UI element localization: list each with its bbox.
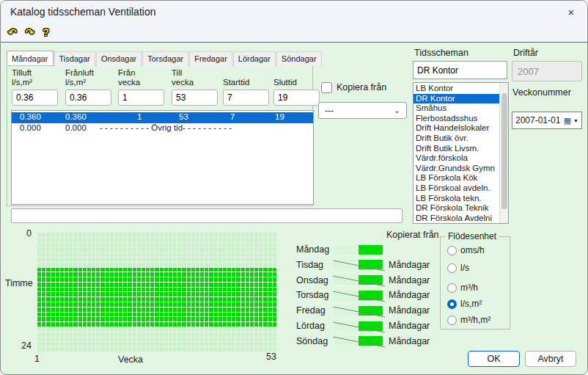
heatmap-cell-off	[65, 263, 68, 267]
heatmap-cell-off	[241, 247, 245, 252]
heatmap-cell-off	[250, 247, 254, 252]
heatmap-cell-off	[73, 243, 77, 247]
list-item-sm-hus[interactable]: Småhus	[414, 103, 499, 114]
heatmap-cell-on	[191, 288, 195, 292]
heatmap-cell-on	[137, 277, 141, 282]
list-item-dr-kontor[interactable]: DR Kontor	[414, 94, 499, 104]
list-item-v-rdr-f-rskola[interactable]: Värdr.förskola	[414, 153, 499, 164]
heatmap-cell-off	[69, 243, 73, 247]
radio-option-m-h[interactable]: m³/h	[447, 283, 478, 293]
tilluft-input[interactable]	[12, 90, 58, 106]
tab-torsdagar[interactable]: Torsdagar	[142, 51, 188, 66]
heatmap-cell-off	[155, 247, 158, 252]
list-item-lb-kontor[interactable]: LB Kontor	[414, 84, 499, 94]
list-item-dr-f-rskola-avdelni[interactable]: DR Förskola Avdelni	[414, 214, 499, 224]
till-vecka-input[interactable]	[172, 90, 218, 106]
schedule-cell: 53	[179, 112, 188, 121]
radio-option-l-s-m-[interactable]: l/s,m²	[447, 299, 482, 309]
heatmap-cell-on	[123, 313, 127, 317]
radio-option-m-h-m-[interactable]: m³/h,m²	[447, 315, 490, 325]
schedule-row[interactable]: 0.0000.000- - - - - - - - - - Övrig tid-…	[12, 123, 313, 134]
copy-from-checkbox[interactable]	[321, 82, 332, 93]
tab-m-ndagar[interactable]: Måndagar	[7, 51, 54, 65]
tab-tisdagar[interactable]: Tisdagar	[54, 51, 95, 66]
list-item-drift-butik-livsm-[interactable]: Drift Butik Livsm.	[414, 144, 499, 154]
tab-l-rdagar[interactable]: Lördagar	[233, 51, 276, 66]
heatmap-cell-on	[92, 292, 95, 296]
heatmap-cell-on	[164, 322, 168, 327]
heatmap-cell-off	[51, 347, 55, 352]
scrollbar-thumb[interactable]	[501, 93, 507, 209]
undo-icon[interactable]: ↶	[8, 27, 17, 37]
heatmap-cell-off	[263, 338, 267, 342]
list-item-lb-f-rskoal-avdeln-[interactable]: LB Förskoal avdeln.	[414, 183, 499, 194]
radio-icon[interactable]	[447, 263, 457, 273]
tidsscheman-input[interactable]	[413, 61, 507, 79]
datepicker-arrow-icon[interactable]: ▼	[573, 118, 578, 123]
list-item-v-rdr-grundsk-gymn[interactable]: Värdr.Grundsk Gymn	[414, 164, 499, 174]
heatmap-cell-off	[119, 263, 122, 267]
comment-field[interactable]	[11, 208, 403, 223]
heatmap-cell-off	[150, 338, 154, 342]
ok-button[interactable]: OK	[468, 351, 520, 367]
radio-option-oms-h[interactable]: oms/h	[447, 245, 485, 255]
heatmap-cell-on	[100, 272, 104, 277]
heatmap-cell-off	[133, 342, 136, 346]
heatmap-cell-on	[259, 288, 262, 292]
heatmap-cell-on	[196, 317, 199, 321]
heatmap-cell-off	[214, 247, 218, 252]
list-item-drift-butik-vr-[interactable]: Drift Butik övr.	[414, 134, 499, 144]
heatmap-cell-on	[218, 307, 222, 312]
starttid-input[interactable]	[223, 90, 269, 106]
cancel-button[interactable]: Avbryt	[525, 351, 576, 367]
radio-option-l-s[interactable]: l/s	[447, 263, 469, 273]
schedule-row[interactable]: 0.3600.360153719	[12, 112, 313, 123]
schedule-listbox[interactable]: 0.3600.3601537190.0000.000- - - - - - - …	[11, 110, 314, 205]
scrollbar[interactable]	[499, 83, 508, 223]
copied-from-value: Måndagar	[389, 260, 430, 270]
list-item-dr-f-rskola-teknik[interactable]: DR Förskola Teknik	[414, 203, 499, 214]
close-icon[interactable]: ×	[555, 1, 587, 23]
heatmap-cell-off	[106, 332, 109, 337]
copy-from-dropdown[interactable]: --- ⌄	[318, 102, 407, 119]
tab-onsdagar[interactable]: Onsdagar	[96, 51, 142, 66]
fran-vecka-input[interactable]	[118, 90, 164, 106]
tab-s-ndagar[interactable]: Söndagar	[276, 51, 322, 66]
heatmap-cell-on	[128, 277, 131, 282]
redo-icon[interactable]: ↷	[26, 27, 34, 37]
heatmap-cell-off	[146, 233, 150, 237]
heatmap-cell-on	[119, 288, 122, 292]
tab-fredagar[interactable]: Fredagar	[189, 51, 232, 66]
heatmap-cell-on	[196, 292, 199, 296]
list-item-lb-f-rskola-tekn-[interactable]: LB Förskola tekn.	[414, 194, 499, 204]
heatmap-cell-on	[42, 297, 45, 302]
radio-icon[interactable]	[447, 246, 457, 255]
heatmap-cell-off	[106, 233, 109, 237]
sluttid-input[interactable]	[273, 90, 320, 106]
heatmap-cell-on	[268, 292, 272, 296]
heatmap-cell-on	[177, 292, 181, 296]
heatmap-cell-off	[173, 332, 177, 337]
heatmap-cell-on	[73, 317, 77, 321]
heatmap-cell-off	[37, 238, 41, 242]
heatmap-cell-off	[133, 327, 136, 332]
help-icon[interactable]: ?	[43, 27, 49, 37]
heatmap-cell-on	[100, 277, 104, 282]
radio-icon[interactable]	[447, 316, 457, 325]
franluft-input[interactable]	[65, 90, 111, 106]
radio-selected-icon[interactable]	[447, 299, 457, 309]
heatmap-cell-on	[65, 268, 68, 272]
list-item-flerbostadsshus[interactable]: Flerbostadsshus	[414, 114, 499, 124]
tidsscheman-listbox[interactable]: LB KontorDR KontorSmåhusFlerbostadsshusD…	[413, 82, 509, 224]
radio-icon[interactable]	[447, 283, 457, 293]
heatmap-cell-off	[110, 327, 114, 332]
heatmap-cell-on	[46, 283, 50, 287]
list-item-drift-handelslokaler[interactable]: Drift Handelslokaler	[414, 123, 499, 134]
schedule-cell: 19	[275, 112, 284, 121]
heatmap-cell-on	[273, 283, 276, 287]
veckonummer-datepicker[interactable]: 2007-01-01 ▦ ▼	[512, 112, 582, 129]
heatmap-cell-on	[218, 302, 222, 307]
list-item-lb-f-rskola-k-k[interactable]: LB Förskola Kök	[414, 173, 499, 183]
heatmap-cell-off	[250, 338, 254, 342]
heatmap-cell-off	[177, 338, 181, 342]
